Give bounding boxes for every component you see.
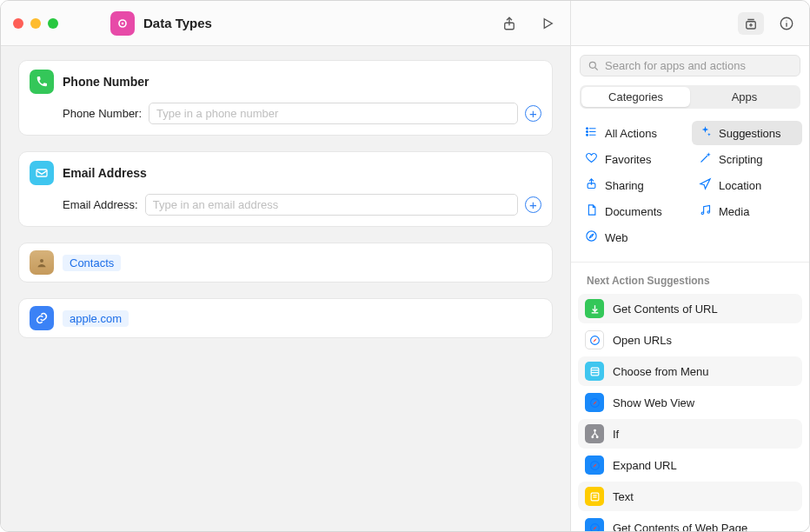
segment-categories[interactable]: Categories bbox=[581, 87, 690, 107]
suggestion-item[interactable]: Text bbox=[578, 482, 802, 511]
suggestion-label: Show Web View bbox=[613, 396, 694, 409]
email-icon bbox=[30, 161, 54, 185]
svg-rect-6 bbox=[37, 170, 47, 176]
traffic-lights bbox=[13, 18, 58, 29]
category-all[interactable]: All Actions bbox=[578, 121, 688, 145]
category-media[interactable]: Media bbox=[692, 199, 802, 223]
action-card-contacts[interactable]: Contacts bbox=[18, 243, 553, 283]
segment-apps[interactable]: Apps bbox=[690, 87, 799, 107]
category-label: Favorites bbox=[605, 153, 651, 166]
sparkle-icon bbox=[699, 125, 712, 141]
suggestion-item[interactable]: Expand URL bbox=[578, 450, 802, 480]
safari-small-icon bbox=[585, 518, 604, 531]
shortcut-color-icon bbox=[110, 11, 135, 36]
category-label: All Actions bbox=[605, 127, 657, 140]
safari-small-icon bbox=[585, 330, 604, 349]
action-title: Phone Number bbox=[63, 75, 149, 89]
suggestions-header: Next Action Suggestions bbox=[578, 271, 802, 294]
suggestion-item[interactable]: Choose from Menu bbox=[578, 356, 802, 386]
svg-point-5 bbox=[786, 20, 787, 21]
svg-point-10 bbox=[587, 131, 588, 133]
music-icon bbox=[699, 203, 712, 219]
category-label: Web bbox=[605, 231, 628, 244]
svg-point-7 bbox=[40, 259, 43, 263]
category-favorites[interactable]: Favorites bbox=[578, 147, 688, 171]
suggestion-item[interactable]: If bbox=[578, 419, 802, 449]
titlebar: Data Types bbox=[1, 1, 809, 46]
suggestion-label: Choose from Menu bbox=[613, 365, 709, 378]
suggestion-label: Get Contents of URL bbox=[613, 303, 718, 316]
phone-icon bbox=[30, 70, 54, 94]
window: Data Types bbox=[0, 0, 810, 532]
category-grid: All ActionsSuggestionsFavoritesScripting… bbox=[571, 112, 809, 263]
document-icon bbox=[585, 203, 598, 219]
svg-rect-17 bbox=[591, 368, 599, 376]
workflow-canvas[interactable]: Phone Number Phone Number: + Email Addre… bbox=[1, 46, 570, 531]
email-address-input[interactable] bbox=[145, 194, 518, 216]
share-button[interactable] bbox=[499, 13, 520, 34]
suggestion-label: If bbox=[613, 428, 619, 441]
svg-point-13 bbox=[701, 212, 704, 215]
fullscreen-window-button[interactable] bbox=[48, 18, 58, 29]
content: Phone Number Phone Number: + Email Addre… bbox=[1, 46, 809, 531]
heart-icon bbox=[585, 151, 598, 167]
info-button[interactable] bbox=[776, 13, 797, 34]
safari-small-icon bbox=[585, 456, 604, 475]
variable-token-url[interactable]: apple.com bbox=[63, 310, 129, 327]
suggestion-label: Open URLs bbox=[613, 334, 672, 347]
add-variable-button[interactable]: + bbox=[525, 196, 541, 213]
category-documents[interactable]: Documents bbox=[578, 199, 688, 223]
close-window-button[interactable] bbox=[13, 18, 23, 29]
download-icon bbox=[585, 299, 604, 318]
svg-point-9 bbox=[587, 128, 588, 130]
search-field[interactable] bbox=[580, 55, 800, 76]
svg-point-19 bbox=[591, 436, 593, 437]
suggestion-item[interactable]: Open URLs bbox=[578, 325, 802, 355]
link-icon bbox=[30, 306, 54, 330]
safari-small-icon bbox=[585, 393, 604, 412]
suggestion-item[interactable]: Get Contents of URL bbox=[578, 294, 802, 323]
run-button[interactable] bbox=[537, 13, 558, 34]
suggestion-item[interactable]: Show Web View bbox=[578, 388, 802, 417]
sendarrow-icon bbox=[699, 177, 712, 193]
category-label: Sharing bbox=[605, 179, 644, 192]
action-card-url[interactable]: apple.com bbox=[18, 298, 553, 338]
minimize-window-button[interactable] bbox=[30, 18, 41, 29]
category-location[interactable]: Location bbox=[692, 173, 802, 197]
svg-point-15 bbox=[587, 231, 596, 241]
category-label: Location bbox=[719, 179, 761, 192]
menu-icon bbox=[585, 362, 604, 381]
action-card-phone-number[interactable]: Phone Number Phone Number: + bbox=[18, 60, 553, 136]
variable-token-contacts[interactable]: Contacts bbox=[63, 255, 121, 271]
category-sharing[interactable]: Sharing bbox=[578, 173, 688, 197]
category-suggestions[interactable]: Suggestions bbox=[692, 121, 802, 145]
suggestion-item[interactable]: Get Contents of Web Page bbox=[578, 513, 802, 531]
search-input[interactable] bbox=[605, 59, 793, 72]
suggestion-list: Get Contents of URLOpen URLsChoose from … bbox=[578, 294, 802, 531]
action-title: Email Address bbox=[63, 166, 147, 180]
suggestion-label: Get Contents of Web Page bbox=[613, 522, 747, 532]
share-icon bbox=[585, 177, 598, 193]
category-label: Media bbox=[719, 205, 749, 218]
svg-point-21 bbox=[594, 429, 595, 431]
contacts-icon bbox=[30, 250, 54, 275]
list-icon bbox=[585, 125, 598, 141]
segmented-control[interactable]: Categories Apps bbox=[580, 85, 800, 109]
branch-icon bbox=[585, 424, 604, 443]
safari-icon bbox=[585, 229, 598, 245]
category-label: Suggestions bbox=[719, 127, 781, 140]
svg-point-11 bbox=[587, 134, 588, 136]
phone-number-input[interactable] bbox=[149, 103, 518, 124]
category-web[interactable]: Web bbox=[578, 225, 688, 249]
svg-point-20 bbox=[596, 436, 598, 437]
category-scripting[interactable]: Scripting bbox=[692, 147, 802, 171]
suggestion-label: Text bbox=[613, 490, 634, 503]
window-title: Data Types bbox=[143, 16, 212, 30]
library-toggle-button[interactable] bbox=[738, 12, 764, 35]
library-sidebar: Categories Apps All ActionsSuggestionsFa… bbox=[570, 46, 809, 531]
suggestion-label: Expand URL bbox=[613, 459, 677, 472]
action-card-email-address[interactable]: Email Address Email Address: + bbox=[18, 151, 553, 227]
text-icon bbox=[585, 487, 604, 506]
add-variable-button[interactable]: + bbox=[525, 105, 541, 122]
svg-point-8 bbox=[589, 62, 595, 68]
